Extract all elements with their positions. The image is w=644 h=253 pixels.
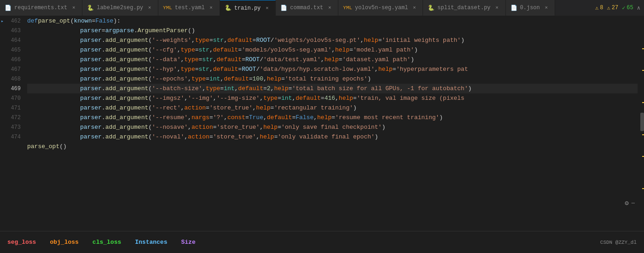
scrollbar-marker-4 bbox=[642, 134, 644, 135]
line-num-472: 472 bbox=[0, 113, 21, 122]
tab-label-test-yaml: test.yaml bbox=[175, 5, 205, 11]
tab-close-requirements[interactable]: × bbox=[70, 4, 77, 12]
tab-close-json[interactable]: × bbox=[543, 4, 550, 12]
code-line-471: parser.add_argument('--rect', action='st… bbox=[27, 103, 638, 113]
tab-close-train-py[interactable]: × bbox=[263, 5, 271, 12]
code-line-462: def parse_opt(known=False): bbox=[27, 16, 638, 26]
code-line-467: parser.add_argument('--hyp', type=str, d… bbox=[27, 64, 638, 74]
error-icon: ⚠ bbox=[607, 5, 610, 12]
line-num-469: 469 bbox=[0, 84, 21, 93]
tab-label-requirements: requirements.txt bbox=[14, 5, 67, 11]
code-line-466: parser.add_argument('--data', type=str, … bbox=[27, 55, 638, 64]
line-numbers: ▸ 462 463 464 465 466 467 468 469 470 47… bbox=[0, 16, 25, 231]
scrollbar-marker-5 bbox=[642, 156, 644, 157]
tab-label-commad: commad.txt bbox=[290, 5, 323, 11]
file-icon-commad: 📄 bbox=[280, 5, 287, 12]
scrollbar-track[interactable] bbox=[638, 16, 644, 231]
scrollbar-marker-1 bbox=[642, 48, 644, 49]
line-num-463: 463 bbox=[0, 26, 21, 35]
line-num-473: 473 bbox=[0, 122, 21, 132]
tab-yolov5n-seg[interactable]: YML yolov5n-seg.yaml × bbox=[338, 0, 423, 16]
code-line-463: parser = argparse.ArgumentParser() bbox=[27, 26, 638, 35]
line-num-468: 468 bbox=[0, 74, 21, 84]
scrollbar-thumb[interactable] bbox=[640, 113, 644, 131]
status-size: Size bbox=[181, 239, 195, 246]
code-line-470: parser.add_argument('--imgsz', '--img', … bbox=[27, 93, 638, 103]
tab-json[interactable]: 📄 0.json × bbox=[506, 0, 555, 16]
tab-train-py[interactable]: 🐍 train.py × bbox=[220, 0, 276, 16]
collapse-button[interactable]: ∧ bbox=[637, 5, 640, 12]
code-line-parseopt: parse_opt() bbox=[27, 142, 638, 151]
ok-count: 65 bbox=[627, 5, 633, 11]
tab-split-dataset[interactable]: 🐍 split_dataset.py × bbox=[423, 0, 505, 16]
file-icon-json: 📄 bbox=[511, 5, 517, 12]
line-num-466: 466 bbox=[0, 55, 21, 64]
status-instances: Instances bbox=[135, 239, 167, 246]
scrollbar-marker-6 bbox=[642, 188, 644, 189]
line-num-465: 465 bbox=[0, 45, 21, 55]
file-icon-split-dataset: 🐍 bbox=[428, 5, 435, 12]
tab-close-split-dataset[interactable]: × bbox=[493, 4, 501, 12]
warning-indicator: ⚠ 8 bbox=[595, 5, 603, 12]
warning-count: 8 bbox=[600, 5, 603, 11]
tab-commad[interactable]: 📄 commad.txt × bbox=[276, 0, 338, 16]
status-cls-loss: cls_loss bbox=[93, 239, 121, 246]
status-obj-loss: obj_loss bbox=[50, 239, 78, 246]
error-count: 27 bbox=[612, 5, 618, 11]
code-line-474: parser.add_argument('--noval', action='s… bbox=[27, 132, 638, 142]
line-num-467: 467 bbox=[0, 64, 21, 74]
line-num-462: ▸ 462 bbox=[0, 16, 21, 26]
gear-icon[interactable]: ⚙ bbox=[625, 199, 628, 207]
code-line-464: parser.add_argument('--weights', type=st… bbox=[27, 35, 638, 45]
code-line-468: parser.add_argument('--epochs', type=int… bbox=[27, 74, 638, 84]
status-bar: seg_loss obj_loss cls_loss Instances Siz… bbox=[0, 231, 644, 253]
ok-icon: ✓ bbox=[622, 5, 625, 12]
code-line-empty bbox=[27, 151, 638, 161]
tab-requirements[interactable]: 📄 requirements.txt × bbox=[0, 0, 82, 16]
tab-label-json: 0.json bbox=[520, 5, 540, 11]
tab-test-yaml[interactable]: YML test.yaml × bbox=[158, 0, 220, 16]
tab-label-train-py: train.py bbox=[234, 5, 261, 12]
tab-label-split-dataset: split_dataset.py bbox=[437, 5, 490, 11]
code-editor[interactable]: def parse_opt(known=False): parser = arg… bbox=[25, 16, 638, 231]
tab-label-labelme2seg: labelme2seg.py bbox=[97, 5, 143, 11]
line-num-blank1 bbox=[0, 142, 21, 151]
tab-close-test-yaml[interactable]: × bbox=[208, 4, 215, 12]
code-line-473: parser.add_argument('--nosave', action='… bbox=[27, 122, 638, 132]
code-line-469: parser.add_argument('--batch-size', type… bbox=[27, 84, 638, 93]
file-icon-labelme2seg: 🐍 bbox=[87, 5, 94, 12]
tab-bar: 📄 requirements.txt × 🐍 labelme2seg.py × … bbox=[0, 0, 644, 16]
file-icon-yolov5n-seg: YML bbox=[343, 5, 352, 11]
tab-close-labelme2seg[interactable]: × bbox=[146, 4, 153, 12]
file-icon-requirements: 📄 bbox=[5, 5, 12, 12]
tab-close-commad[interactable]: × bbox=[326, 4, 333, 12]
status-right-text: CSDN @ZZY_dl bbox=[600, 240, 637, 245]
file-icon-test-yaml: YML bbox=[163, 5, 172, 11]
editor-indicators: ⚠ 8 ⚠ 27 ✓ 65 ∧ bbox=[595, 5, 644, 12]
scrollbar-marker-3 bbox=[642, 102, 644, 103]
warning-icon: ⚠ bbox=[595, 5, 598, 12]
editor-actions: ⚙ — bbox=[625, 199, 635, 207]
tab-labelme2seg[interactable]: 🐍 labelme2seg.py × bbox=[82, 0, 158, 16]
separator-icon: — bbox=[632, 200, 635, 207]
status-seg-loss: seg_loss bbox=[7, 239, 36, 246]
code-line-472: parser.add_argument('--resume', nargs='?… bbox=[27, 113, 638, 122]
ok-indicator: ✓ 65 bbox=[622, 5, 633, 12]
line-num-470: 470 bbox=[0, 93, 21, 103]
tab-close-yolov5n-seg[interactable]: × bbox=[411, 4, 418, 12]
line-num-blank2 bbox=[0, 151, 21, 161]
error-indicator: ⚠ 27 bbox=[607, 5, 618, 12]
line-num-471: 471 bbox=[0, 103, 21, 113]
code-line-465: parser.add_argument('--cfg', type=str, d… bbox=[27, 45, 638, 55]
scrollbar-marker-2 bbox=[642, 70, 644, 71]
tab-label-yolov5n-seg: yolov5n-seg.yaml bbox=[355, 5, 408, 11]
line-num-464: 464 bbox=[0, 35, 21, 45]
line-num-474: 474 bbox=[0, 132, 21, 142]
file-icon-train-py: 🐍 bbox=[225, 5, 232, 12]
